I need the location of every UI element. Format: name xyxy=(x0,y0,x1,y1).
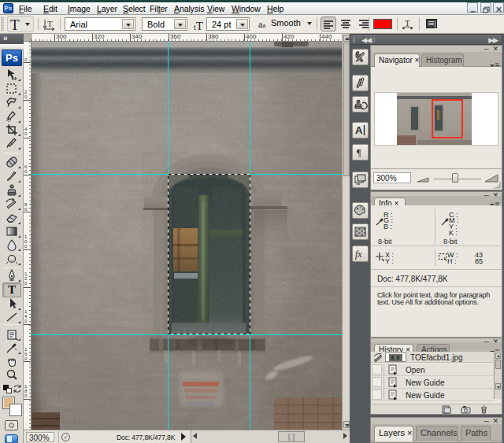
svg-text:fx: fx xyxy=(355,249,362,260)
svg-text:A: A xyxy=(355,124,363,136)
svg-text:T: T xyxy=(47,19,53,28)
svg-text:T: T xyxy=(8,283,16,296)
svg-text:T: T xyxy=(405,18,410,28)
svg-text:¶: ¶ xyxy=(357,147,361,158)
